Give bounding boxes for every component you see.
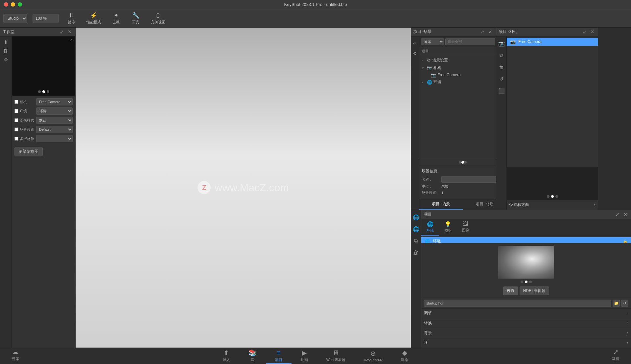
cam-export-icon[interactable]: ⬛ bbox=[497, 86, 506, 96]
pause-button[interactable]: ⏸ 暂停 bbox=[64, 11, 79, 26]
camera-select[interactable]: Free Camera bbox=[36, 98, 73, 105]
add-scene-icon[interactable]: ⬆ bbox=[4, 39, 8, 45]
env-checkbox[interactable] bbox=[14, 109, 18, 113]
studio-select[interactable]: Studio bbox=[3, 14, 27, 23]
env-transform-section[interactable]: 转换 › bbox=[421, 318, 631, 328]
proj-delete-icon[interactable]: 🗑 bbox=[411, 248, 421, 257]
scene-display-select[interactable]: 显示 bbox=[421, 38, 444, 45]
env-control-row: 环境 环境 bbox=[14, 107, 73, 115]
tree-item-environment[interactable]: › 🌐 环境 bbox=[419, 79, 506, 86]
image-style-label: 图像样式 bbox=[14, 118, 34, 123]
env-filename-input[interactable] bbox=[424, 300, 611, 307]
scene-tab-scene[interactable]: 项目 -场景 bbox=[419, 199, 463, 210]
env-background-section[interactable]: 背景 › bbox=[421, 328, 631, 338]
cam-delete-icon[interactable]: 🗑 bbox=[497, 63, 506, 72]
camera-close-btn[interactable]: ✕ bbox=[590, 29, 596, 35]
proj-tab-lighting[interactable]: 💡 照明 bbox=[439, 219, 457, 236]
scene-nav-back[interactable]: ‹‹ bbox=[411, 39, 419, 47]
web-viewer-tab[interactable]: 🖥 Web 查看器 bbox=[317, 348, 355, 364]
env-setup-tab[interactable]: 设置 bbox=[503, 286, 518, 295]
crop-tab[interactable]: ⤢ 裁剪 bbox=[607, 348, 624, 361]
animation-tab[interactable]: ▶ 动画 bbox=[292, 348, 317, 364]
image-style-select[interactable]: 默认 bbox=[36, 117, 73, 124]
scene-settings-select[interactable]: Default bbox=[36, 126, 73, 133]
tree-item-free-camera[interactable]: 📷 Free Camera - bbox=[419, 72, 506, 79]
scene-info-unit-row: 单位： 未知 bbox=[422, 184, 504, 189]
workspace-title: 工作室 bbox=[3, 29, 14, 35]
render-icon: ◆ bbox=[402, 349, 407, 357]
cam-refresh-icon[interactable]: ↺ bbox=[497, 75, 506, 84]
camera-item-free[interactable]: 📷 Free Camera bbox=[507, 38, 598, 46]
tree-item-scene-settings[interactable]: › ⚙ 场景设置 - bbox=[419, 57, 506, 64]
camera-expand-btn[interactable]: ⤢ bbox=[582, 29, 588, 35]
proj-duplicate-icon[interactable]: ⧉ bbox=[411, 236, 421, 245]
preview-dot-3[interactable] bbox=[47, 90, 49, 93]
scene-info: 场景信息 名称： 单位： 未知 场景设置： 1 bbox=[419, 166, 506, 199]
right-panels-top: 项目 -场景 ⤢ ✕ ‹‹ ⚙ 显示 bbox=[411, 28, 631, 210]
environment-tree-icon: 🌐 bbox=[427, 80, 432, 85]
geometry-view-button[interactable]: ⬡ 几何视图 bbox=[148, 11, 168, 26]
cloud-library-tab[interactable]: ☁ 云库 bbox=[7, 348, 24, 361]
render-tab[interactable]: ◆ 渲染 bbox=[392, 348, 417, 364]
position-chevron-icon: › bbox=[594, 203, 596, 207]
project-body: 项目 ⤢ ✕ 🌐 环境 💡 照明 bbox=[421, 210, 631, 348]
library-tab[interactable]: 📚 库 bbox=[239, 348, 266, 364]
env-hdri-tab[interactable]: HDRI 编辑器 bbox=[520, 286, 549, 295]
tree-arrow-env: › bbox=[422, 80, 426, 84]
proj-image-icon: 🖼 bbox=[463, 221, 468, 227]
tree-item-camera[interactable]: ∨ 📷 相机 bbox=[419, 64, 506, 72]
scene-close-btn[interactable]: ✕ bbox=[487, 29, 493, 35]
workspace-icon-strip: ⬆ 🗑 ⚙ bbox=[0, 36, 12, 348]
settings-icon[interactable]: ⚙ bbox=[4, 57, 8, 63]
proj-lighting-icon: 💡 bbox=[445, 221, 451, 227]
app-title: KeyShot 2023.1 Pro - untitled.bip bbox=[284, 2, 347, 7]
tools-button[interactable]: 🔧 工具 bbox=[129, 11, 143, 26]
proj-light-icon[interactable]: 🌐 bbox=[411, 224, 421, 234]
scene-name-input[interactable] bbox=[441, 176, 504, 183]
preview-collapse-btn[interactable]: ⌃ bbox=[69, 38, 73, 44]
proj-env-globe-icon[interactable]: 🌐 bbox=[411, 213, 421, 222]
env-item-environment[interactable]: 🌐 环境 🔒 bbox=[421, 237, 631, 243]
scene-tree: › ⚙ 场景设置 - ∨ 📷 相机 bbox=[419, 55, 506, 159]
denoise-button[interactable]: ✦ 去噪 bbox=[109, 11, 123, 26]
scene-search-input[interactable] bbox=[445, 38, 495, 45]
env-browse-btn[interactable]: 📁 bbox=[613, 300, 620, 307]
preview-dot-1[interactable] bbox=[38, 90, 41, 93]
env-select[interactable]: 环境 bbox=[36, 107, 73, 115]
scene-config-icon[interactable]: ⚙ bbox=[411, 50, 419, 57]
scene-settings-checkbox[interactable] bbox=[14, 127, 18, 131]
proj-tab-image[interactable]: 🖼 图像 bbox=[457, 219, 475, 236]
import-tab[interactable]: ⬆ 导入 bbox=[214, 348, 239, 364]
keyshot-xr-icon: ⊕ bbox=[370, 350, 376, 357]
keyshot-xr-tab[interactable]: ⊕ KeyShotXR bbox=[355, 348, 392, 364]
env-adjust-section[interactable]: 调节 › bbox=[421, 308, 631, 318]
proj-tab-env[interactable]: 🌐 环境 bbox=[421, 219, 439, 236]
env-preview-dots bbox=[521, 281, 532, 283]
multilayer-checkbox[interactable] bbox=[14, 137, 18, 141]
performance-icon: ⚡ bbox=[90, 12, 97, 19]
performance-mode-button[interactable]: ⚡ 性能模式 bbox=[84, 11, 104, 26]
project-panel-actions: ⤢ ✕ bbox=[615, 212, 628, 217]
position-section[interactable]: 位置和方向 › bbox=[507, 200, 598, 210]
workspace-expand-btn[interactable]: ⤢ bbox=[59, 29, 65, 35]
project-close-btn[interactable]: ✕ bbox=[622, 212, 628, 217]
close-button[interactable] bbox=[4, 2, 8, 7]
env-desc-section[interactable]: 述 › bbox=[421, 338, 631, 348]
delete-icon[interactable]: 🗑 bbox=[3, 48, 9, 54]
cam-dot-3 bbox=[555, 195, 558, 198]
preview-dot-2[interactable] bbox=[42, 90, 45, 93]
cam-add-icon[interactable]: 📷 bbox=[497, 39, 506, 48]
minimize-button[interactable] bbox=[11, 2, 15, 7]
image-style-checkbox[interactable] bbox=[14, 118, 18, 122]
workspace-close-btn[interactable]: ✕ bbox=[67, 29, 73, 35]
cam-duplicate-icon[interactable]: ⧉ bbox=[497, 51, 506, 60]
scene-expand-btn[interactable]: ⤢ bbox=[479, 29, 485, 35]
denoise-icon: ✦ bbox=[114, 12, 119, 19]
maximize-button[interactable] bbox=[18, 2, 22, 7]
render-thumbnail-btn[interactable]: 渲染缩略图 bbox=[14, 147, 43, 156]
project-expand-btn[interactable]: ⤢ bbox=[615, 212, 620, 217]
env-refresh-btn[interactable]: ↺ bbox=[621, 300, 628, 307]
multilayer-select[interactable] bbox=[36, 135, 73, 142]
project-tab[interactable]: ≡ 项目 bbox=[266, 348, 292, 364]
camera-checkbox[interactable] bbox=[14, 100, 18, 104]
